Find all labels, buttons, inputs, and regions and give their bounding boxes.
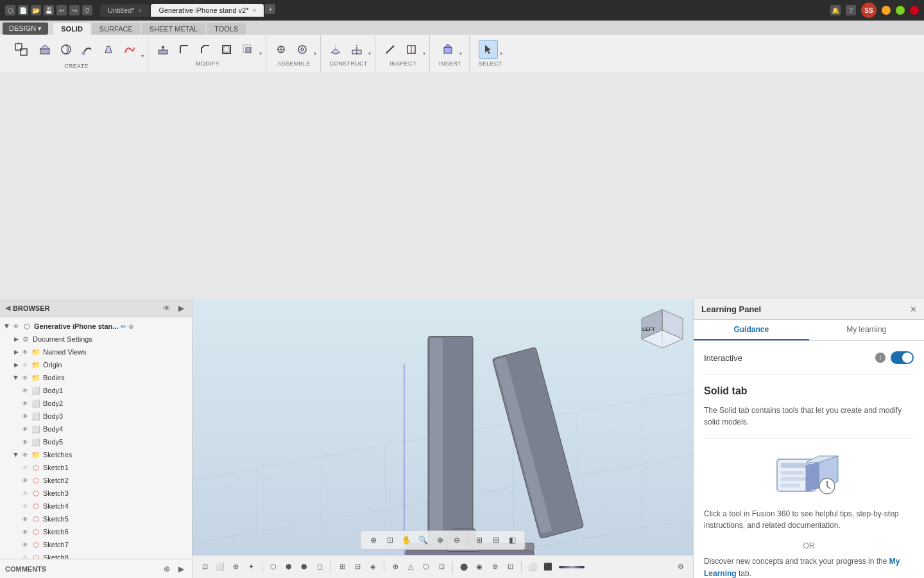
maximize-button[interactable]: [896, 6, 905, 15]
tree-item-origin[interactable]: ▶ 👁 📁 Origin: [0, 358, 192, 371]
status-icon-5[interactable]: ⬡: [266, 560, 280, 574]
tree-item-body3[interactable]: 👁 ⬜ Body3: [0, 410, 192, 423]
nav-zoom-out[interactable]: ⊖: [450, 533, 464, 547]
measure-btn[interactable]: [381, 40, 400, 59]
tree-item-body2[interactable]: 👁 ⬜ Body2: [0, 397, 192, 410]
sketch1-eye[interactable]: 👁: [21, 463, 30, 472]
history-icon[interactable]: ⏱: [82, 5, 92, 15]
open-icon[interactable]: 📂: [31, 5, 41, 15]
root-expand[interactable]: ▶: [3, 322, 12, 331]
status-icon-6[interactable]: ⬢: [282, 560, 296, 574]
tree-item-named-views[interactable]: ▶ 👁 📁 Named Views: [0, 346, 192, 358]
revolve-btn[interactable]: [56, 40, 76, 59]
status-icon-3[interactable]: ⊕: [228, 560, 243, 574]
tab-sheet-metal[interactable]: SHEET METAL: [142, 23, 205, 35]
sketch3-eye[interactable]: 👁: [21, 489, 30, 498]
status-icon-21[interactable]: ⬛: [541, 560, 555, 574]
new-tab-button[interactable]: +: [265, 4, 275, 14]
tab-untitled-close[interactable]: ×: [139, 7, 142, 14]
section-analysis-btn[interactable]: [402, 40, 421, 59]
status-icon-4[interactable]: ✦: [244, 560, 258, 574]
sketch2-eye[interactable]: 👁: [21, 476, 30, 485]
extrude-btn[interactable]: [35, 40, 55, 59]
nav-view-cube[interactable]: ◧: [506, 533, 520, 547]
tab-untitled[interactable]: Untitled* ×: [100, 4, 150, 17]
undo-icon[interactable]: ↩: [56, 5, 67, 15]
new-component-btn[interactable]: [9, 37, 33, 62]
midplane-btn[interactable]: [347, 40, 366, 59]
insert-mesh-btn[interactable]: [438, 40, 458, 59]
tab-generative[interactable]: Generative iPhone stand v2* ×: [151, 4, 264, 17]
status-icon-18[interactable]: ⊕: [488, 560, 502, 574]
nav-zoom[interactable]: 🔍: [416, 533, 431, 547]
tree-item-document-settings[interactable]: ▶ ⚙ Document Settings: [0, 333, 192, 346]
tab-generative-close[interactable]: ×: [252, 7, 256, 14]
tree-item-sketch8[interactable]: 👁 ⬡ Sketch8: [0, 551, 192, 559]
learning-tab-mylearning[interactable]: My learning: [809, 320, 925, 340]
sketch4-eye[interactable]: 👁: [21, 502, 30, 511]
app-icon[interactable]: ⬡: [5, 5, 15, 15]
tree-item-sketches[interactable]: ▶ 👁 📁 Sketches: [0, 448, 192, 461]
assemble-arrow[interactable]: ▾: [314, 51, 316, 57]
bodies-expand[interactable]: ▶: [12, 373, 21, 382]
sketches-eye[interactable]: 👁: [21, 450, 30, 459]
sketch5-eye[interactable]: 👁: [21, 514, 30, 523]
root-share-icon[interactable]: ⊕: [128, 323, 133, 330]
nav-hand[interactable]: ✋: [400, 533, 414, 547]
status-icon-13[interactable]: △: [404, 560, 418, 574]
new-file-icon[interactable]: 📄: [18, 5, 28, 15]
body4-eye[interactable]: 👁: [21, 425, 30, 434]
opacity-slider[interactable]: [559, 566, 585, 568]
tab-solid[interactable]: SOLID: [53, 23, 90, 35]
tree-item-sketch4[interactable]: 👁 ⬡ Sketch4: [0, 500, 192, 512]
modify-arrow[interactable]: ▾: [259, 51, 262, 57]
named-views-expand[interactable]: ▶: [12, 347, 21, 356]
viewport[interactable]: LEFT ⊕ ⊡ ✋ 🔍 ⊕ ⊖ ⊞ ⊟ ◧: [193, 299, 693, 555]
select-arrow[interactable]: ▾: [500, 51, 502, 57]
user-avatar[interactable]: SS: [861, 3, 877, 18]
plane-at-angle-btn[interactable]: [326, 40, 345, 59]
root-eye[interactable]: 👁: [12, 322, 21, 331]
tab-tools[interactable]: TOOLS: [207, 23, 246, 35]
viewcube[interactable]: LEFT: [637, 304, 688, 356]
tree-item-sketch7[interactable]: 👁 ⬡ Sketch7: [0, 538, 192, 551]
root-edit-icon[interactable]: ✏: [121, 323, 126, 330]
sketches-expand[interactable]: ▶: [12, 450, 21, 459]
browser-collapse-icon[interactable]: ◀: [5, 304, 10, 312]
body3-eye[interactable]: 👁: [21, 412, 30, 421]
shell-btn[interactable]: [217, 40, 236, 59]
status-icon-12[interactable]: ⊕: [388, 560, 402, 574]
nav-orbit[interactable]: ⊕: [366, 533, 381, 547]
status-icon-11[interactable]: ◈: [366, 560, 380, 574]
tree-item-body1[interactable]: 👁 ⬜ Body1: [0, 384, 192, 397]
status-icon-10[interactable]: ⊟: [350, 560, 364, 574]
bodies-eye[interactable]: 👁: [21, 373, 30, 382]
learning-close-btn[interactable]: ×: [911, 304, 916, 315]
construct-arrow[interactable]: ▾: [368, 51, 371, 57]
spline-btn[interactable]: [120, 40, 139, 59]
nav-display-settings[interactable]: ⊞: [472, 533, 486, 547]
tree-item-sketch6[interactable]: 👁 ⬡ Sketch6: [0, 525, 192, 538]
nav-grid[interactable]: ⊟: [489, 533, 503, 547]
chamfer-btn[interactable]: [196, 40, 215, 59]
tree-item-body4[interactable]: 👁 ⬜ Body4: [0, 423, 192, 435]
status-icon-19[interactable]: ⊡: [503, 560, 517, 574]
tree-item-sketch3[interactable]: 👁 ⬡ Sketch3: [0, 487, 192, 500]
fillet-btn[interactable]: [175, 40, 194, 59]
press-pull-btn[interactable]: [153, 40, 173, 59]
status-icon-2[interactable]: ⬜: [213, 560, 227, 574]
status-icon-1[interactable]: ⊡: [198, 560, 212, 574]
status-icon-14[interactable]: ⬡: [419, 560, 433, 574]
sweep-btn[interactable]: [78, 40, 97, 59]
nav-pan[interactable]: ⊡: [383, 533, 397, 547]
interactive-toggle[interactable]: [891, 351, 914, 364]
sketch6-eye[interactable]: 👁: [21, 527, 30, 536]
select-btn[interactable]: [479, 40, 498, 59]
status-icon-17[interactable]: ◉: [472, 560, 486, 574]
tab-surface[interactable]: SURFACE: [92, 23, 141, 35]
nav-zoom-in[interactable]: ⊕: [433, 533, 447, 547]
sketch7-eye[interactable]: 👁: [21, 540, 30, 549]
interactive-info-icon[interactable]: i: [875, 353, 886, 363]
tree-root[interactable]: ▶ 👁 ⬡ Generative iPhone stan... ✏ ⊕: [0, 320, 192, 333]
help-icon[interactable]: ?: [846, 5, 856, 15]
